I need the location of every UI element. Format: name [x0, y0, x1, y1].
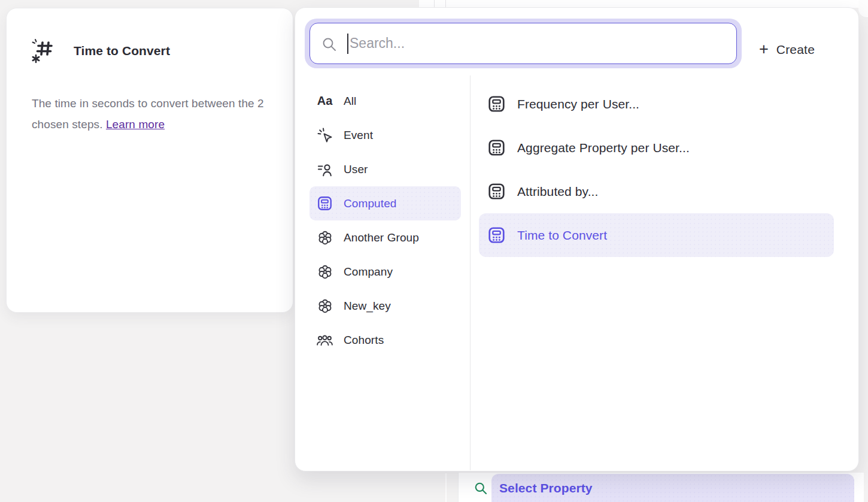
item-aggregate-property-per-user[interactable]: Aggregate Property per User...	[479, 126, 834, 170]
cohort-people-icon	[317, 332, 333, 348]
calculator-icon	[487, 95, 506, 113]
learn-more-link[interactable]: Learn more	[106, 118, 165, 131]
category-new-key[interactable]: New_key	[309, 289, 461, 323]
screen: Select Property	[0, 0, 868, 502]
category-computed[interactable]: Computed	[309, 186, 461, 220]
item-frequency-per-user[interactable]: Frequency per User...	[479, 82, 834, 126]
text-format-icon: Aa	[317, 93, 333, 109]
item-time-to-convert[interactable]: Time to Convert	[479, 213, 834, 257]
search-box	[309, 23, 737, 64]
calculator-icon	[317, 195, 333, 211]
category-company[interactable]: Company	[309, 255, 461, 289]
group-cluster-icon	[317, 229, 333, 246]
calculator-icon	[487, 138, 506, 157]
category-cohorts[interactable]: Cohorts	[309, 323, 461, 357]
group-cluster-icon	[317, 264, 333, 280]
hash-sparkle-icon	[31, 37, 58, 65]
user-list-icon	[317, 161, 333, 177]
background-panel-edge	[445, 473, 447, 502]
property-item-list: Frequency per User... Aggregate Property…	[479, 82, 834, 257]
category-event[interactable]: Event	[309, 118, 461, 152]
background-panel-corner	[858, 0, 868, 18]
column-divider	[470, 75, 471, 470]
tooltip-description: The time in seconds to convert between t…	[32, 93, 266, 135]
select-property-row[interactable]: Select Property	[491, 474, 854, 502]
property-picker-popover: + Create Aa All	[295, 7, 859, 471]
category-all[interactable]: Aa All	[309, 84, 461, 118]
magnifier-icon-green	[474, 481, 488, 495]
calculator-icon	[487, 182, 506, 201]
select-property-label: Select Property	[499, 481, 593, 495]
category-user[interactable]: User	[309, 152, 461, 186]
plus-icon: +	[759, 41, 769, 58]
search-input[interactable]	[310, 23, 736, 63]
create-button[interactable]: + Create	[759, 39, 815, 61]
tooltip-title: Time to Convert	[74, 44, 170, 58]
cursor-click-icon	[317, 127, 333, 143]
property-tooltip-card: Time to Convert The time in seconds to c…	[6, 8, 293, 313]
item-attributed-by[interactable]: Attributed by...	[479, 170, 834, 213]
category-another-group[interactable]: Another Group	[309, 220, 461, 255]
group-cluster-icon	[317, 298, 333, 314]
category-list: Aa All Event	[309, 84, 461, 357]
calculator-icon	[487, 226, 506, 244]
